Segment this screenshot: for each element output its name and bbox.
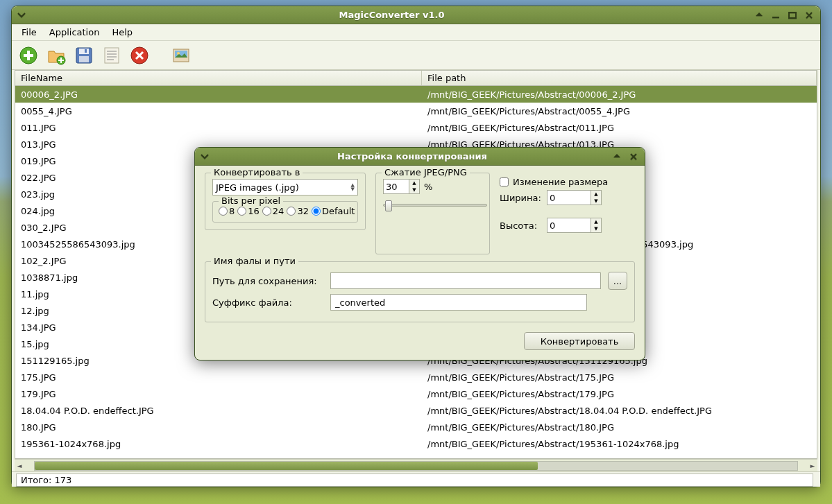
svg-rect-11	[85, 49, 87, 53]
compression-spinner[interactable]: ▲▼	[383, 179, 420, 194]
compression-group: Сжатие JPEG/PNG ▲▼ %	[375, 173, 490, 254]
menu-file[interactable]: File	[16, 26, 42, 39]
menu-application[interactable]: Application	[44, 26, 105, 39]
cell-filepath: /mnt/BIG_GEEK/Pictures/Abstract/175.JPG	[422, 371, 817, 384]
cell-filepath: /mnt/BIG_GEEK/Pictures/Abstract/18.04.04…	[422, 404, 817, 417]
scroll-left-icon[interactable]: ◄	[15, 461, 24, 471]
slider-handle[interactable]	[385, 200, 392, 211]
table-row[interactable]: 00006_2.JPG/mnt/BIG_GEEK/Pictures/Abstra…	[15, 86, 817, 103]
table-row[interactable]: 175.JPG/mnt/BIG_GEEK/Pictures/Abstract/1…	[15, 369, 817, 385]
svg-rect-10	[79, 56, 89, 62]
keep-above-icon[interactable]	[752, 9, 766, 21]
dialog-title: Настройка конвертирования	[214, 151, 610, 162]
suffix-label: Суффикс файла:	[212, 297, 323, 308]
svg-rect-4	[24, 54, 33, 57]
format-combobox[interactable]: JPEG images (.jpg) ▲▼	[212, 179, 358, 195]
convert-to-legend: Конвертировать в	[211, 167, 303, 177]
compression-legend: Сжатие JPEG/PNG	[382, 167, 470, 177]
table-row[interactable]: 179.JPG/mnt/BIG_GEEK/Pictures/Abstract/1…	[15, 385, 817, 402]
compression-slider[interactable]	[383, 204, 487, 207]
spin-up-icon[interactable]: ▲	[591, 218, 601, 225]
cell-filepath: /mnt/BIG_GEEK/Pictures/Abstract/00006_2.…	[422, 88, 817, 101]
maximize-icon[interactable]	[786, 9, 799, 21]
height-value[interactable]	[547, 218, 591, 233]
spin-down-icon[interactable]: ▼	[591, 198, 601, 205]
add-folder-button[interactable]	[45, 44, 67, 67]
close-icon[interactable]	[802, 9, 816, 21]
menu-help[interactable]: Help	[106, 26, 138, 39]
svg-rect-12	[105, 48, 119, 63]
svg-rect-1	[789, 12, 796, 18]
window-menu-icon[interactable]	[15, 9, 28, 21]
bits-16-radio[interactable]: 16	[237, 206, 260, 216]
convert-image-button[interactable]	[170, 44, 192, 67]
cell-filepath: /mnt/BIG_GEEK/Pictures/Abstract/179.JPG	[422, 388, 817, 401]
scroll-thumb[interactable]	[35, 462, 538, 470]
bits-8-radio[interactable]: 8	[219, 206, 235, 216]
table-row[interactable]: 195361-1024x768.jpg/mnt/BIG_GEEK/Picture…	[15, 435, 817, 452]
convert-button[interactable]: Конвертировать	[524, 332, 635, 350]
convert-to-group: Конвертировать в JPEG images (.jpg) ▲▼ B…	[205, 173, 366, 230]
width-value[interactable]	[547, 190, 591, 205]
spin-down-icon[interactable]: ▼	[591, 225, 601, 232]
save-path-input[interactable]	[330, 272, 601, 289]
cell-filename: 011.JPG	[15, 121, 422, 134]
properties-button[interactable]	[101, 44, 123, 67]
window-title: MagicConverter v1.0	[31, 10, 752, 20]
dialog-close-icon[interactable]	[627, 150, 640, 163]
bits-default-radio[interactable]: Default	[312, 206, 355, 216]
delete-button[interactable]	[128, 44, 151, 67]
spin-up-icon[interactable]: ▲	[591, 191, 601, 198]
cell-filepath: /mnt/BIG_GEEK/Pictures/Abstract/011.JPG	[422, 121, 817, 134]
save-button[interactable]	[73, 44, 95, 67]
statusbar: Итого: 173	[12, 471, 820, 487]
compression-value[interactable]	[383, 179, 409, 194]
cell-filename: 18.04.04 P.O.D. endeffect.JPG	[15, 404, 422, 417]
width-label: Ширина:	[500, 193, 543, 203]
table-row[interactable]: 0055_4.JPG/mnt/BIG_GEEK/Pictures/Abstrac…	[15, 103, 817, 119]
bits-24-radio[interactable]: 24	[262, 206, 285, 216]
suffix-input[interactable]	[330, 294, 587, 311]
cell-filepath: /mnt/BIG_GEEK/Pictures/Abstract/180.JPG	[422, 421, 817, 434]
cell-filename: 0055_4.JPG	[15, 105, 422, 118]
paths-group: Имя фалы и пути Путь для сохранения: ...…	[205, 261, 635, 322]
paths-legend: Имя фалы и пути	[211, 256, 298, 266]
convert-settings-dialog: Настройка конвертирования Конвертировать…	[194, 147, 645, 360]
horizontal-scrollbar[interactable]: ◄ ►	[15, 459, 817, 471]
bits-32-radio[interactable]: 32	[287, 206, 309, 216]
add-file-button[interactable]	[17, 44, 40, 67]
svg-rect-7	[58, 60, 64, 61]
main-titlebar[interactable]: MagicConverter v1.0	[12, 6, 820, 24]
col-filename[interactable]: FileName	[15, 71, 422, 85]
bits-legend: Bits per pixel	[219, 195, 283, 206]
resize-checkbox[interactable]: Изменение размера	[500, 177, 635, 187]
bits-per-pixel-group: Bits per pixel 8 16 24 32 Default	[212, 201, 358, 223]
spin-down-icon[interactable]: ▼	[409, 186, 419, 193]
dialog-menu-icon[interactable]	[198, 150, 212, 163]
width-spinner[interactable]: ▲▼	[547, 190, 602, 205]
table-row[interactable]: 180.JPG/mnt/BIG_GEEK/Pictures/Abstract/1…	[15, 419, 817, 435]
cell-filename: 175.JPG	[15, 371, 422, 384]
minimize-icon[interactable]	[769, 9, 783, 21]
dialog-body: Конвертировать в JPEG images (.jpg) ▲▼ B…	[195, 166, 645, 360]
height-label: Высота:	[500, 220, 543, 231]
table-row[interactable]: 011.JPG/mnt/BIG_GEEK/Pictures/Abstract/0…	[15, 119, 817, 136]
scroll-track[interactable]	[34, 461, 798, 471]
svg-rect-0	[772, 17, 779, 18]
format-selected: JPEG images (.jpg)	[216, 182, 299, 193]
table-row[interactable]: 18.04.04 P.O.D. endeffect.JPG/mnt/BIG_GE…	[15, 402, 817, 419]
dialog-keep-above-icon[interactable]	[610, 150, 624, 163]
toolbar	[12, 41, 820, 70]
cell-filename: 195361-1024x768.jpg	[15, 437, 422, 451]
spin-up-icon[interactable]: ▲	[409, 180, 419, 186]
percent-label: %	[424, 182, 432, 192]
combo-arrows-icon: ▲▼	[351, 183, 355, 191]
col-filepath[interactable]: File path	[422, 71, 817, 85]
menubar: File Application Help	[12, 24, 820, 41]
browse-button[interactable]: ...	[608, 272, 627, 290]
dialog-titlebar[interactable]: Настройка конвертирования	[195, 148, 645, 166]
scroll-right-icon[interactable]: ►	[808, 461, 817, 471]
height-spinner[interactable]: ▲▼	[547, 218, 602, 233]
cell-filepath: /mnt/BIG_GEEK/Pictures/Abstract/0055_4.J…	[422, 105, 817, 118]
status-text: Итого: 173	[16, 473, 813, 487]
